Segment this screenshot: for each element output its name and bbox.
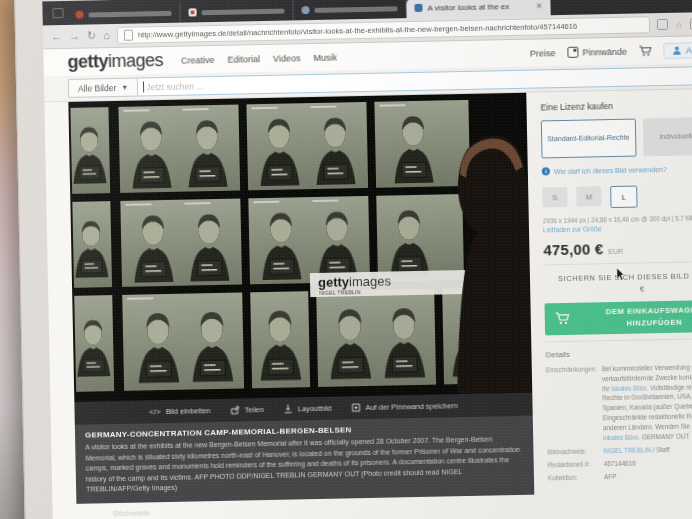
tab-favicon xyxy=(301,6,309,14)
info-icon: i xyxy=(542,167,550,175)
size-s-button[interactable]: S xyxy=(542,187,567,207)
cart-icon xyxy=(555,312,570,325)
home-icon[interactable]: ⌂ xyxy=(103,30,110,41)
restrictions-row: Einschränkungen: Bei kommerzieller Verwe… xyxy=(546,361,692,444)
photographed-monitor-scene: A visitor looks at the ex ✕ ← → ↻ ⌂ http… xyxy=(0,0,692,519)
price-value: 475,00 € xyxy=(543,240,603,258)
tab-close-icon[interactable]: ✕ xyxy=(536,1,543,10)
standard-editorial-rights-button[interactable]: Standard-Editorial-Rechte xyxy=(541,119,636,159)
layout-label: Layoutbild xyxy=(298,404,332,414)
credit-label: Bildnachweis: xyxy=(547,446,603,457)
chevron-down-icon: ▼ xyxy=(121,84,128,91)
nav-item-videos[interactable]: Videos xyxy=(273,53,301,64)
offer-banner: SICHERN SIE SICH DIESES BILD FÜR 425 € xyxy=(544,267,692,303)
image-dimensions: 2936 x 1944 px | 24,86 x 16,46 cm @ 300 … xyxy=(543,214,692,225)
size-options: S M L xyxy=(542,184,692,210)
restrictions-label: Einschränkungen: xyxy=(546,364,604,444)
license-options: Standard-Editorial-Rechte Individuelle R… xyxy=(541,117,692,159)
add-to-cart-label: DEM EINKAUFSWAGEN HINZUFÜGEN xyxy=(577,304,692,330)
browser-tab-1[interactable] xyxy=(67,3,180,25)
filter-label: Alle Bilder xyxy=(78,82,116,93)
tab-title: A visitor looks at the ex xyxy=(427,1,530,12)
search-filter-dropdown[interactable]: Alle Bilder ▼ xyxy=(68,78,139,98)
add-to-cart-button[interactable]: DEM EINKAUFSWAGEN HINZUFÜGEN xyxy=(544,299,692,335)
browser-tab-3[interactable] xyxy=(293,0,406,20)
purchase-sidebar: Eine Lizenz kaufen Standard-Editorial-Re… xyxy=(538,88,692,519)
star-icon[interactable]: ☆ xyxy=(675,19,683,29)
browser-tab-2[interactable] xyxy=(180,0,293,22)
tab-title-smudge xyxy=(202,8,285,15)
collection-value: AFP xyxy=(604,469,692,482)
download-icon xyxy=(284,404,293,413)
signin-label: Anmelden xyxy=(686,44,692,55)
logo-light: images xyxy=(108,50,163,71)
url-text: http://www.gettyimages.de/detail/nachric… xyxy=(138,20,643,39)
collection-row: Kollektion: AFP xyxy=(548,469,692,483)
browser-tab-active[interactable]: A visitor looks at the ex ✕ xyxy=(406,0,550,18)
embed-button[interactable]: </> Bild einbetten xyxy=(149,406,211,416)
caption-body: A visitor looks at the exhibits at the n… xyxy=(85,434,524,495)
buy-license-heading: Eine Lizenz kaufen xyxy=(540,99,692,113)
person-icon xyxy=(673,46,682,55)
window-controls-icon[interactable] xyxy=(52,8,63,18)
pinboard-icon xyxy=(351,403,360,412)
size-guide-link[interactable]: Leitfaden zur Größe xyxy=(543,222,692,233)
reload-icon[interactable]: ↻ xyxy=(87,30,96,41)
collection-label: Kollektion: xyxy=(548,472,604,483)
bookmark-icon[interactable] xyxy=(657,19,668,30)
layout-image-button[interactable]: Layoutbild xyxy=(284,404,332,414)
browser-window: A visitor looks at the ex ✕ ← → ↻ ⌂ http… xyxy=(42,0,692,519)
boards-label: Pinnwände xyxy=(582,46,627,57)
keywords-heading: Stichworte xyxy=(113,508,151,518)
logo-bold: getty xyxy=(67,51,108,72)
save-to-board-button[interactable]: Auf der Pinnwand speichern xyxy=(351,401,458,412)
size-m-button[interactable]: M xyxy=(576,186,601,206)
share-label: Teilen xyxy=(244,405,263,414)
mouse-cursor xyxy=(616,268,625,281)
gettyimages-logo[interactable]: gettyimages xyxy=(67,50,163,73)
asset-column: gettyimages NIGEL TREBLIN xyxy=(68,93,535,519)
editorial-label: Redaktionell #: xyxy=(548,459,604,470)
monitor-bezel: A visitor looks at the ex ✕ ← → ↻ ⌂ http… xyxy=(14,0,692,519)
local-office-link[interactable]: lokales Büro xyxy=(611,384,646,392)
photographer-link[interactable]: NIGEL TREBLIN xyxy=(603,446,651,454)
svg-text:NIGEL TREBLIN: NIGEL TREBLIN xyxy=(319,289,361,296)
cart-icon[interactable] xyxy=(639,42,652,60)
credit-suffix: / Staff xyxy=(651,446,669,453)
individual-rights-button[interactable]: Individuelle Rechte xyxy=(642,117,692,157)
divider xyxy=(544,260,692,265)
main-image: gettyimages NIGEL TREBLIN xyxy=(68,93,532,402)
size-l-button[interactable]: L xyxy=(610,186,637,209)
nav-item-editorial[interactable]: Editorial xyxy=(227,54,260,65)
boards-link[interactable]: Pinnwände xyxy=(567,46,627,58)
editorial-value: 457144616 xyxy=(604,456,692,469)
share-button[interactable]: Teilen xyxy=(230,405,263,415)
embed-label: Bild einbetten xyxy=(166,406,211,416)
nav-item-creative[interactable]: Creative xyxy=(181,54,215,65)
share-icon xyxy=(230,406,239,415)
tab-favicon xyxy=(76,11,84,19)
pricing-link[interactable]: Preise xyxy=(530,48,556,59)
tab-title-smudge xyxy=(314,6,397,13)
credit-value: NIGEL TREBLIN / Staff xyxy=(603,444,692,457)
usage-info-link[interactable]: Wie darf ich dieses Bild verwenden? xyxy=(554,165,667,174)
local-office-link[interactable]: lokales Büro xyxy=(603,434,638,442)
tab-favicon xyxy=(414,4,422,12)
details-heading: Details xyxy=(545,346,692,359)
signin-button[interactable]: Anmelden xyxy=(664,41,692,58)
offer-text: SICHERN SIE SICH DIESES BILD FÜR 425 € xyxy=(558,271,692,294)
editorial-number-row: Redaktionell #: 457144616 xyxy=(548,456,692,470)
main-nav: Creative Editorial Videos Musik xyxy=(181,52,337,65)
divider xyxy=(545,337,692,342)
svg-text:gettyimages: gettyimages xyxy=(318,273,392,289)
tab-favicon xyxy=(188,8,196,16)
usage-info-row: i Wie darf ich dieses Bild verwenden? xyxy=(542,164,692,176)
tab-title-smudge xyxy=(89,10,172,17)
embed-code-icon: </> xyxy=(149,407,161,416)
credit-row: Bildnachweis: NIGEL TREBLIN / Staff xyxy=(547,444,692,458)
nav-item-musik[interactable]: Musik xyxy=(313,52,337,62)
forward-icon[interactable]: → xyxy=(69,31,80,42)
restrictions-segment: . GERMANY OUT xyxy=(638,433,689,441)
back-icon[interactable]: ← xyxy=(51,31,62,42)
header-right: Preise Pinnwände Anmelden xyxy=(530,40,692,62)
